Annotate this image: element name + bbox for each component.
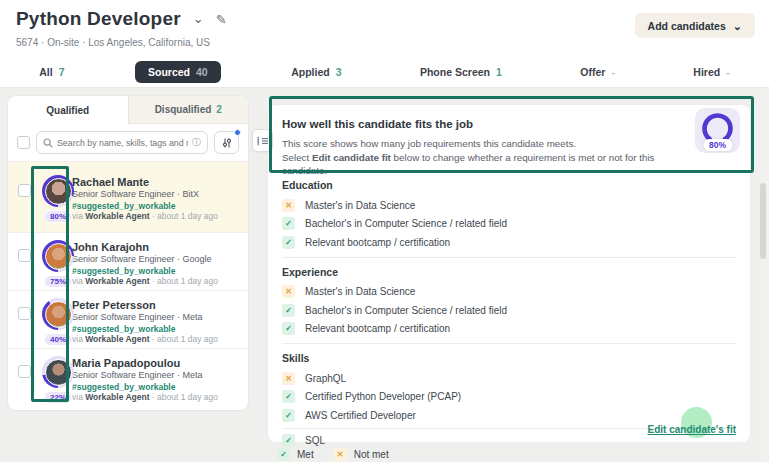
fit-header: How well this candidate fits the job Thi…	[268, 105, 750, 171]
candidate-name[interactable]: John Karajohn	[72, 240, 248, 254]
tab-applied[interactable]: Applied3	[283, 61, 349, 83]
met-icon: ✓	[282, 236, 295, 249]
chevron-down-icon: ⌄	[733, 21, 742, 31]
candidate-checkbox[interactable]	[18, 184, 31, 197]
candidate-name[interactable]: Maria Papadopoulou	[72, 356, 248, 370]
candidate-checkbox[interactable]	[18, 249, 31, 262]
candidate-checkbox[interactable]	[18, 365, 31, 378]
candidates-panel: Qualified Disqualified2 ⓘ	[8, 96, 248, 410]
candidate-row[interactable]: 22% Maria Papadopoulou Senior Software E…	[8, 348, 248, 406]
requirement-row: ✕ Master's in Data Science	[282, 283, 736, 302]
job-meta: 5674 · On-site · Los Angeles, California…	[16, 37, 210, 48]
fit-legend: ✓ Met ✕ Not met	[277, 448, 389, 461]
candidate-row[interactable]: 75% John Karajohn Senior Software Engine…	[8, 232, 248, 290]
requirement-row: ✓ Bachelor's in Computer Science / relat…	[282, 301, 736, 320]
not-met-icon: ✕	[282, 199, 295, 212]
not-met-icon: ✕	[282, 372, 295, 385]
scrollbar-track	[760, 90, 768, 462]
requirement-row: ✕ GraphQL	[282, 369, 736, 388]
not-met-icon: ✕	[334, 448, 347, 461]
match-ring	[42, 240, 74, 272]
met-icon: ✓	[282, 304, 295, 317]
section-education: Education ✕ Master's in Data Science ✓ B…	[282, 171, 736, 258]
avatar[interactable]	[45, 243, 72, 270]
candidate-source: via Workable Agent · about 1 day ago	[72, 276, 248, 287]
search-input[interactable]	[57, 138, 188, 148]
notification-dot	[234, 129, 241, 136]
candidate-row[interactable]: 80% Rachael Mante Senior Software Engine…	[8, 162, 248, 232]
met-icon: ✓	[277, 448, 290, 461]
section-skills: Skills ✕ GraphQL ✓ Certified Python Deve…	[282, 344, 736, 455]
candidate-tag[interactable]: #suggested_by_workable	[72, 201, 248, 212]
workable-job-pipeline: Python Developer ⌄ ✎ 5674 · On-site · Lo…	[0, 0, 769, 472]
select-all-checkbox[interactable]	[17, 136, 30, 149]
fit-score-gauge: 80%	[695, 108, 740, 153]
tab-hired[interactable]: Hired-	[685, 61, 737, 83]
candidate-title: Senior Software Engineer · Meta	[72, 370, 248, 382]
match-score-badge: 75%	[44, 275, 72, 288]
match-score-badge: 80%	[44, 210, 72, 223]
fit-score-value: 80%	[703, 139, 732, 151]
header: Python Developer ⌄ ✎ 5674 · On-site · Lo…	[0, 0, 769, 88]
avatar[interactable]	[45, 178, 72, 205]
requirement-row: ✓ AWS Certified Developer	[282, 406, 736, 425]
not-met-icon: ✕	[282, 285, 295, 298]
candidate-tag[interactable]: #suggested_by_workable	[72, 266, 248, 277]
search-box[interactable]: ⓘ	[36, 131, 208, 154]
met-icon: ✓	[282, 409, 295, 422]
candidate-title: Senior Software Engineer · Meta	[72, 312, 248, 324]
met-icon: ✓	[282, 390, 295, 403]
candidate-source: via Workable Agent · about 1 day ago	[72, 334, 248, 345]
info-icon[interactable]: ⓘ	[192, 136, 201, 149]
collapse-icon	[257, 136, 269, 146]
requirement-row: ✓ Relevant bootcamp / certification	[282, 233, 736, 252]
candidate-title: Senior Software Engineer · BitX	[72, 189, 248, 201]
match-ring	[42, 298, 74, 330]
candidate-fit-panel: How well this candidate fits the job Thi…	[268, 105, 750, 442]
requirement-row: ✓ Bachelor's in Computer Science / relat…	[282, 215, 736, 234]
edit-job-icon[interactable]: ✎	[216, 12, 227, 27]
filters-button[interactable]	[214, 131, 239, 154]
fit-title: How well this candidate fits the job	[282, 118, 670, 130]
avatar[interactable]	[45, 301, 72, 328]
candidate-name[interactable]: Peter Petersson	[72, 298, 248, 312]
met-icon: ✓	[282, 434, 295, 447]
chevron-down-icon[interactable]: ⌄	[193, 14, 204, 24]
met-icon: ✓	[282, 322, 295, 335]
match-ring	[42, 356, 74, 388]
edit-candidate-fit-link[interactable]: Edit candidate's fit	[647, 424, 736, 435]
legend-met: ✓ Met	[277, 448, 314, 461]
tab-offer[interactable]: Offer-	[572, 61, 623, 83]
filter-sliders-icon	[221, 137, 233, 149]
met-icon: ✓	[282, 217, 295, 230]
requirement-row: ✕ Master's in Data Science	[282, 196, 736, 215]
avatar[interactable]	[45, 359, 72, 386]
tab-qualified[interactable]: Qualified	[8, 96, 128, 124]
fit-description: This score shows how many job requiremen…	[282, 137, 670, 178]
candidate-row[interactable]: 40% Peter Petersson Senior Software Engi…	[8, 290, 248, 348]
add-candidates-button[interactable]: Add candidates ⌄	[635, 13, 755, 38]
tab-phone-screen[interactable]: Phone Screen1	[412, 61, 510, 83]
tab-sourced[interactable]: Sourced40	[135, 61, 221, 83]
match-ring	[42, 175, 74, 207]
legend-not-met: ✕ Not met	[334, 448, 389, 461]
stage-tabs: All7 Sourced40 Applied3 Phone Screen1 Of…	[0, 57, 769, 87]
candidate-tag[interactable]: #suggested_by_workable	[72, 324, 248, 335]
candidate-title: Senior Software Engineer · Google	[72, 254, 248, 266]
collapse-panel-button[interactable]	[252, 129, 273, 152]
page-title: Python Developer	[16, 8, 181, 30]
tab-all[interactable]: All7	[31, 61, 72, 83]
candidate-checkbox[interactable]	[18, 307, 31, 320]
tab-disqualified[interactable]: Disqualified2	[128, 96, 249, 124]
candidate-tag[interactable]: #suggested_by_workable	[72, 382, 248, 393]
candidate-name[interactable]: Rachael Mante	[72, 175, 248, 189]
candidate-source: via Workable Agent · about 1 day ago	[72, 392, 248, 403]
match-score-badge: 22%	[44, 391, 72, 404]
section-experience: Experience ✕ Master's in Data Science ✓ …	[282, 258, 736, 345]
candidate-source: via Workable Agent · about 1 day ago	[72, 211, 248, 222]
requirement-row: ✓ Certified Python Developer (PCAP)	[282, 388, 736, 407]
search-icon	[43, 138, 53, 148]
requirement-row: ✓ Relevant bootcamp / certification	[282, 320, 736, 339]
match-score-badge: 40%	[44, 333, 72, 346]
scrollbar-thumb[interactable]	[760, 183, 766, 259]
